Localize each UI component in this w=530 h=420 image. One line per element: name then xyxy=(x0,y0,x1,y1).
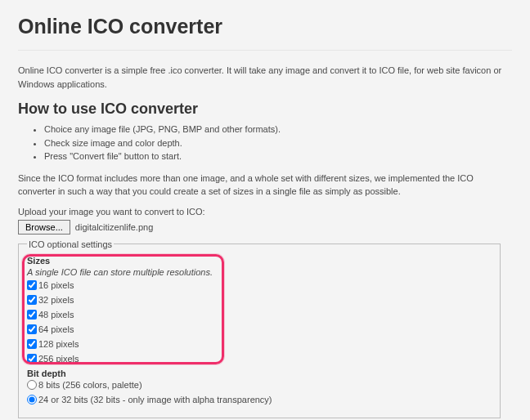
size-checkbox-256[interactable] xyxy=(27,354,37,364)
list-item: Check size image and color depth. xyxy=(44,136,512,150)
size-checkbox-128[interactable] xyxy=(27,339,37,349)
bitdepth-title: Bit depth xyxy=(27,369,492,378)
size-checkbox-64[interactable] xyxy=(27,324,37,334)
list-item: Choice any image file (JPG, PNG, BMP and… xyxy=(44,123,512,136)
size-label: 16 pixels xyxy=(38,280,74,290)
size-checkbox-32[interactable] xyxy=(27,295,37,305)
fieldset-legend: ICO optional settings xyxy=(27,239,114,249)
bitdepth-radio-24[interactable] xyxy=(27,395,37,404)
size-label: 256 pixels xyxy=(38,354,79,364)
size-option: 16 pixels xyxy=(27,280,492,290)
size-option: 256 pixels xyxy=(27,354,492,364)
sizes-section: Sizes A single ICO file can store multip… xyxy=(27,256,492,364)
intro-text: Online ICO converter is a simple free .i… xyxy=(18,64,512,91)
browse-button[interactable]: Browse... xyxy=(18,220,70,235)
bitdepth-option: 8 bits (256 colors, palette) xyxy=(27,380,492,390)
selected-file-name: digitalcitizenlife.png xyxy=(75,222,153,232)
bitdepth-radio-8[interactable] xyxy=(27,380,37,390)
upload-label: Upload your image you want to convert to… xyxy=(18,207,512,217)
size-option: 128 pixels xyxy=(27,339,492,349)
bitdepth-option: 24 or 32 bits (32 bits - only image with… xyxy=(27,395,492,404)
bitdepth-label: 8 bits (256 colors, palette) xyxy=(38,380,142,390)
bitdepth-section: Bit depth 8 bits (256 colors, palette) 2… xyxy=(27,369,492,404)
size-label: 48 pixels xyxy=(38,310,74,319)
list-item: Press "Convert file" button to start. xyxy=(44,150,512,163)
size-option: 48 pixels xyxy=(27,310,492,319)
bitdepth-label: 24 or 32 bits (32 bits - only image with… xyxy=(38,395,272,404)
size-checkbox-48[interactable] xyxy=(27,310,37,319)
divider xyxy=(18,50,512,51)
size-checkbox-16[interactable] xyxy=(27,280,37,290)
size-label: 64 pixels xyxy=(38,324,74,334)
sizes-title: Sizes xyxy=(27,256,492,266)
size-option: 32 pixels xyxy=(27,295,492,305)
description-text: Since the ICO format includes more than … xyxy=(18,172,512,199)
sizes-subtitle: A single ICO file can store multiple res… xyxy=(27,267,492,277)
size-label: 32 pixels xyxy=(38,295,74,305)
steps-list: Choice any image file (JPG, PNG, BMP and… xyxy=(18,123,512,163)
size-option: 64 pixels xyxy=(27,324,492,334)
ico-settings-fieldset: ICO optional settings Sizes A single ICO… xyxy=(18,239,501,418)
size-label: 128 pixels xyxy=(38,339,79,349)
file-input-row: Browse... digitalcitizenlife.png xyxy=(18,220,512,235)
howto-heading: How to use ICO converter xyxy=(18,101,512,118)
page-title: Online ICO converter xyxy=(18,15,512,38)
